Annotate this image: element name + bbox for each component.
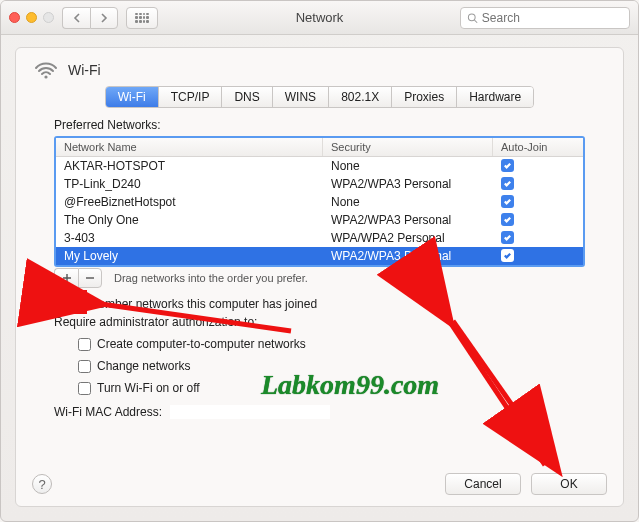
cell-autojoin[interactable] xyxy=(493,211,583,229)
search-icon xyxy=(467,12,478,24)
help-button[interactable]: ? xyxy=(32,474,52,494)
table-row[interactable]: 3-403 WPA/WPA2 Personal xyxy=(56,229,583,247)
drag-hint: Drag networks into the order you prefer. xyxy=(114,272,308,284)
admin-create-adhoc-label: Create computer-to-computer networks xyxy=(97,337,306,351)
tab-dns[interactable]: DNS xyxy=(222,87,272,107)
admin-toggle-wifi-label: Turn Wi-Fi on or off xyxy=(97,381,200,395)
tab-wifi[interactable]: Wi-Fi xyxy=(106,87,159,107)
checkbox-checked-icon[interactable] xyxy=(501,195,514,208)
tabs: Wi-Fi TCP/IP DNS WINS 802.1X Proxies Har… xyxy=(105,86,534,108)
wifi-icon xyxy=(34,60,58,80)
cell-name: 3-403 xyxy=(56,229,323,247)
cell-security: WPA2/WPA3 Personal xyxy=(323,175,493,193)
table-row[interactable]: AKTAR-HOTSPOT None xyxy=(56,157,583,175)
remember-networks-checkbox[interactable] xyxy=(54,298,67,311)
ok-button[interactable]: OK xyxy=(531,473,607,495)
svg-line-1 xyxy=(474,20,477,23)
interface-header: Wi-Fi xyxy=(34,60,607,80)
preferred-networks-label: Preferred Networks: xyxy=(54,118,607,132)
grid-icon xyxy=(135,13,149,23)
checkbox-checked-icon[interactable] xyxy=(501,213,514,226)
cell-autojoin[interactable] xyxy=(493,229,583,247)
window-title: Network xyxy=(296,10,344,25)
remove-network-button[interactable] xyxy=(78,268,102,288)
chevron-right-icon xyxy=(100,13,108,23)
cell-autojoin[interactable] xyxy=(493,157,583,175)
tab-8021x[interactable]: 802.1X xyxy=(329,87,392,107)
col-network-name[interactable]: Network Name xyxy=(56,138,323,156)
cell-name: The Only One xyxy=(56,211,323,229)
add-network-button[interactable] xyxy=(54,268,78,288)
mac-address-value xyxy=(170,405,330,419)
add-remove-bar: Drag networks into the order you prefer. xyxy=(54,267,585,289)
col-autojoin[interactable]: Auto-Join xyxy=(493,138,583,156)
cell-autojoin[interactable] xyxy=(493,193,583,211)
cell-name: My Lovely xyxy=(56,247,323,265)
table-body: AKTAR-HOTSPOT None TP-Link_D240 WPA2/WPA… xyxy=(56,157,583,265)
watermark: Labkom99.com xyxy=(261,369,439,401)
search-field[interactable] xyxy=(460,7,630,29)
table-row[interactable]: The Only One WPA2/WPA3 Personal xyxy=(56,211,583,229)
svg-point-2 xyxy=(44,75,47,78)
tab-hardware[interactable]: Hardware xyxy=(457,87,533,107)
checkbox-checked-icon[interactable] xyxy=(501,231,514,244)
checkbox-checked-icon[interactable] xyxy=(501,249,514,262)
col-security[interactable]: Security xyxy=(323,138,493,156)
table-row[interactable]: TP-Link_D240 WPA2/WPA3 Personal xyxy=(56,175,583,193)
admin-change-networks-checkbox[interactable] xyxy=(78,360,91,373)
minus-icon xyxy=(85,273,95,283)
checkbox-checked-icon[interactable] xyxy=(501,159,514,172)
cell-name: AKTAR-HOTSPOT xyxy=(56,157,323,175)
plus-icon xyxy=(62,273,72,283)
table-row[interactable]: My Lovely WPA2/WPA3 Personal xyxy=(56,247,583,265)
admin-create-adhoc-checkbox[interactable] xyxy=(78,338,91,351)
tab-tcpip[interactable]: TCP/IP xyxy=(159,87,223,107)
admin-change-networks-label: Change networks xyxy=(97,359,190,373)
mac-address-label: Wi-Fi MAC Address: xyxy=(54,405,162,419)
back-button[interactable] xyxy=(62,7,90,29)
cell-security: WPA/WPA2 Personal xyxy=(323,229,493,247)
tab-proxies[interactable]: Proxies xyxy=(392,87,457,107)
cell-name: TP-Link_D240 xyxy=(56,175,323,193)
forward-button[interactable] xyxy=(90,7,118,29)
admin-create-adhoc-option[interactable]: Create computer-to-computer networks xyxy=(78,337,607,351)
titlebar: Network xyxy=(1,1,638,35)
minimize-window-icon[interactable] xyxy=(26,12,37,23)
mac-address-row: Wi-Fi MAC Address: xyxy=(54,405,607,419)
zoom-window-icon xyxy=(43,12,54,23)
cell-autojoin[interactable] xyxy=(493,175,583,193)
dialog-footer: ? Cancel OK xyxy=(16,462,623,506)
cell-security: WPA2/WPA3 Personal xyxy=(323,247,493,265)
preferred-networks-table[interactable]: Network Name Security Auto-Join AKTAR-HO… xyxy=(54,136,585,267)
remember-networks-option[interactable]: Remember networks this computer has join… xyxy=(54,297,607,311)
cell-security: None xyxy=(323,193,493,211)
network-advanced-window: Network Wi-Fi Wi-Fi TCP/IP DNS WINS 802.… xyxy=(0,0,639,522)
search-input[interactable] xyxy=(482,11,623,25)
cell-name: @FreeBiznetHotspot xyxy=(56,193,323,211)
interface-name: Wi-Fi xyxy=(68,62,101,78)
table-row[interactable]: @FreeBiznetHotspot None xyxy=(56,193,583,211)
admin-auth-label: Require administrator authorization to: xyxy=(54,315,607,329)
cell-autojoin[interactable] xyxy=(493,247,583,265)
chevron-left-icon xyxy=(73,13,81,23)
close-window-icon[interactable] xyxy=(9,12,20,23)
svg-point-0 xyxy=(468,13,475,20)
nav-buttons xyxy=(62,7,118,29)
cell-security: None xyxy=(323,157,493,175)
cancel-button[interactable]: Cancel xyxy=(445,473,521,495)
remember-networks-label: Remember networks this computer has join… xyxy=(73,297,317,311)
advanced-panel: Wi-Fi Wi-Fi TCP/IP DNS WINS 802.1X Proxi… xyxy=(15,47,624,507)
cell-security: WPA2/WPA3 Personal xyxy=(323,211,493,229)
tab-wins[interactable]: WINS xyxy=(273,87,329,107)
checkbox-checked-icon[interactable] xyxy=(501,177,514,190)
table-header: Network Name Security Auto-Join xyxy=(56,138,583,157)
admin-toggle-wifi-checkbox[interactable] xyxy=(78,382,91,395)
traffic-lights xyxy=(9,12,54,23)
show-all-button[interactable] xyxy=(126,7,158,29)
